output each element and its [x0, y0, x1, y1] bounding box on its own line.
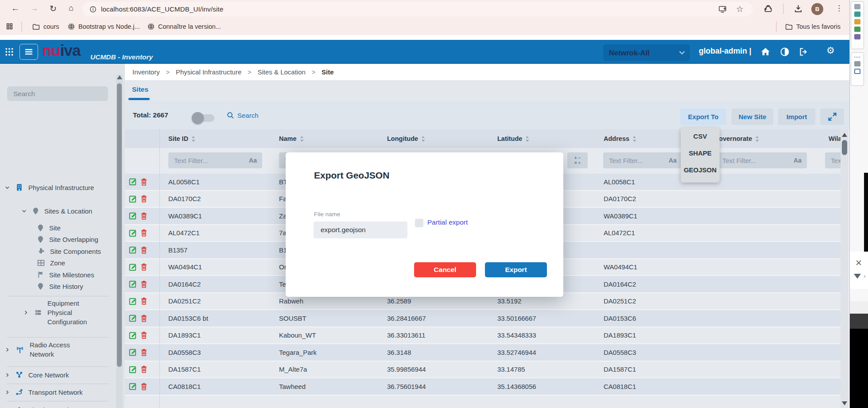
export-menu-item-csv[interactable]: CSV	[681, 128, 720, 144]
edit-icon[interactable]	[129, 382, 137, 390]
filter-input-address[interactable]: Text Filter...Aa	[603, 152, 682, 168]
framed-window-icon[interactable]	[854, 69, 860, 74]
column-header-name[interactable]: Name	[275, 129, 381, 148]
extensions-icon[interactable]	[764, 4, 772, 13]
trash-icon[interactable]	[141, 229, 147, 237]
export-menu-item-geojson[interactable]: GEOJSON	[681, 161, 720, 178]
partial-export-label[interactable]: Partial export	[427, 218, 468, 226]
edit-icon[interactable]	[129, 246, 137, 254]
export-to-button[interactable]: Export To	[680, 109, 726, 125]
trash-icon[interactable]	[141, 315, 147, 322]
edit-icon[interactable]	[129, 314, 137, 322]
edit-icon[interactable]	[129, 297, 137, 305]
export-menu-item-shape[interactable]: SHAPE	[681, 144, 720, 161]
import-button[interactable]: Import	[778, 109, 815, 125]
trash-icon[interactable]	[141, 263, 147, 271]
trash-icon[interactable]	[141, 280, 147, 288]
filter-input-site-id[interactable]: Text Filter...Aa	[168, 152, 262, 168]
scrollbar-down-arrow[interactable]	[842, 401, 847, 405]
trash-icon[interactable]	[141, 178, 147, 186]
edit-icon[interactable]	[129, 365, 137, 373]
sort-icon[interactable]	[632, 136, 636, 142]
bookmark-item[interactable]: Connaître la version...	[147, 21, 221, 32]
table-row[interactable]: CA0818C1Tawheed36.7560194435.14368056CA0…	[125, 378, 841, 395]
column-header-wilaya[interactable]: Wilaya	[817, 129, 841, 148]
printer-icon[interactable]	[854, 61, 860, 66]
chevron-down-icon[interactable]	[4, 185, 10, 190]
filter-input-governorate[interactable]: Text Filter...Aa	[717, 152, 807, 168]
chevron-right-icon[interactable]	[4, 372, 10, 378]
sidebar-item-site[interactable]: Site	[0, 221, 61, 234]
trash-icon[interactable]	[141, 349, 147, 356]
edit-icon[interactable]	[129, 229, 137, 237]
tab-sites[interactable]: Sites	[132, 85, 148, 93]
new-site-button[interactable]: New Site	[732, 109, 773, 125]
all-favorites[interactable]: Tous les favoris	[785, 21, 841, 32]
cancel-button[interactable]: Cancel	[414, 262, 476, 277]
export-button[interactable]: Export	[485, 262, 547, 277]
table-row[interactable]: DA0153C6 btSOUSBT36.2841666733.50166667D…	[125, 310, 841, 326]
table-search-button[interactable]: Search	[227, 112, 259, 119]
trash-icon[interactable]	[141, 212, 147, 220]
column-header-longitude[interactable]: Longitude	[381, 129, 485, 148]
bookmark-star-icon[interactable]: ☆	[736, 4, 744, 14]
address-bar[interactable]: localhost:6083/ACE_UCMDB_UI/inv/site ☆	[82, 2, 753, 16]
table-scrollbar[interactable]	[841, 129, 849, 408]
sidebar-search-input[interactable]: Search	[7, 86, 108, 101]
sidebar-item-equipment-physical-configuration[interactable]: Equipment Physical Configuration	[0, 297, 103, 328]
sidebar-item-site-components[interactable]: Site Components	[0, 245, 101, 257]
home-icon[interactable]: ⌂	[69, 4, 74, 13]
trash-icon[interactable]	[141, 331, 147, 339]
filter-input-wilaya[interactable]: Text Filter...Aa	[825, 152, 841, 168]
settings-gear-icon[interactable]: ⚙	[826, 45, 835, 56]
sort-icon[interactable]	[525, 136, 529, 142]
breadcrumb-item[interactable]: Sites & Location	[257, 68, 305, 76]
chevron-right-icon[interactable]	[4, 347, 10, 353]
edit-icon[interactable]	[129, 195, 137, 203]
edit-icon[interactable]	[129, 212, 137, 220]
info-icon[interactable]	[89, 6, 97, 13]
waffle-grid-icon[interactable]	[5, 47, 14, 56]
column-header-latitude[interactable]: Latitude	[485, 129, 591, 148]
user-label[interactable]: global-admin |	[699, 47, 752, 56]
sign-out-icon[interactable]	[799, 47, 808, 56]
people-icon[interactable]	[854, 34, 860, 39]
sidebar-item-site-history[interactable]: Site History	[0, 280, 83, 292]
download-icon[interactable]	[794, 4, 802, 13]
trash-icon[interactable]	[141, 365, 147, 373]
breadcrumb-item[interactable]: Site	[322, 68, 334, 76]
sidebar-item-site-overlapping[interactable]: Site Overlapping	[0, 233, 98, 245]
network-selector[interactable]: Netwrok-All	[603, 44, 690, 61]
forward-icon[interactable]: →	[30, 4, 39, 13]
gear-flower-icon[interactable]	[854, 12, 860, 17]
column-header-site_id[interactable]: Site ID	[159, 129, 275, 148]
sidebar-item-core-network[interactable]: Core Network	[0, 369, 69, 381]
breadcrumb-item[interactable]: Inventory	[132, 68, 160, 76]
case-sensitive-toggle[interactable]: Aa	[249, 157, 257, 164]
sidebar-item-sites-location[interactable]: Sites & Location	[0, 202, 92, 220]
folder-icon[interactable]	[854, 19, 860, 24]
home-icon[interactable]	[761, 47, 770, 56]
sidebar-scrollbar-up-arrow[interactable]	[117, 75, 122, 79]
edit-icon[interactable]	[129, 348, 137, 356]
sidebar-item-physical-infrastructure[interactable]: Physical Infrastructure	[0, 175, 104, 200]
reload-icon[interactable]: ↻	[50, 4, 57, 14]
install-icon[interactable]	[719, 6, 727, 13]
sidebar-item-transport-network[interactable]: Transport Network	[0, 386, 83, 398]
close-icon[interactable]: ✕	[855, 258, 862, 268]
sort-icon[interactable]	[755, 136, 759, 142]
sort-icon[interactable]	[191, 136, 195, 142]
trash-icon[interactable]	[141, 246, 147, 254]
edit-icon[interactable]	[129, 331, 137, 339]
case-sensitive-toggle[interactable]: Aa	[669, 157, 677, 164]
bookmark-item[interactable]: Bootstrap vs Node.j...	[68, 21, 140, 32]
trash-icon[interactable]	[141, 383, 147, 390]
edit-icon[interactable]	[129, 280, 137, 288]
sidebar-item-site-milestones[interactable]: Site Milestones	[0, 268, 94, 281]
sort-icon[interactable]	[421, 136, 425, 142]
sort-icon[interactable]	[300, 136, 304, 142]
chevron-down-icon[interactable]	[21, 208, 27, 214]
scrollbar-up-arrow[interactable]	[842, 133, 847, 137]
chevron-right-icon[interactable]: ›	[864, 272, 866, 280]
table-row[interactable]: DA1893C1Kaboun_WT36.3301361133.54348333D…	[125, 327, 841, 344]
